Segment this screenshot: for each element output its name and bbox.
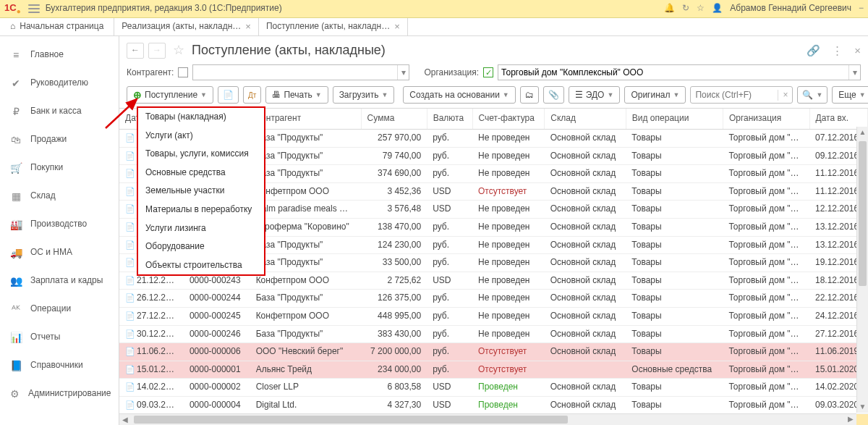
files-button[interactable]: 🗂 xyxy=(520,86,539,104)
table-row[interactable]: 📄14.02.2…0000-000002Closer LLP6 803,58US… xyxy=(119,379,868,397)
kebab-icon[interactable]: ⋮ xyxy=(832,43,843,58)
table-row[interactable]: 📄30.12.2…0000-000246База "Продукты"383 4… xyxy=(119,325,868,343)
nav-back-button[interactable]: ← xyxy=(127,43,144,59)
dropdown-item[interactable]: Материалы в переработку xyxy=(138,201,264,219)
sidebar-label: Зарплата и кадры xyxy=(30,275,103,287)
user-icon[interactable]: 👤 xyxy=(712,3,723,14)
nav-forward-button[interactable]: → xyxy=(148,43,166,59)
search-input[interactable] xyxy=(691,90,778,100)
original-button[interactable]: Оригинал ▼ xyxy=(624,86,686,104)
scroll-up-icon[interactable]: ▲ xyxy=(857,127,868,138)
dropdown-item[interactable]: Основные средства xyxy=(138,164,264,182)
sidebar-item[interactable]: ✔Руководителю xyxy=(0,69,119,97)
scroll-right-icon[interactable]: ▶ xyxy=(845,414,856,424)
document-icon: 📄 xyxy=(125,311,134,319)
dtkt-button[interactable]: Дт xyxy=(243,86,261,104)
original-label: Оригинал xyxy=(631,90,670,101)
dropdown-item[interactable]: Объекты строительства xyxy=(138,256,264,275)
bell-icon[interactable]: 🔔 xyxy=(664,3,675,14)
more-label: Еще xyxy=(838,90,856,101)
chevron-down-icon[interactable]: ▾ xyxy=(848,65,860,80)
tab-realization[interactable]: Реализация (акты, накладн… × xyxy=(114,18,259,35)
tab-home[interactable]: ⌂ Начальная страница xyxy=(0,18,114,35)
dropdown-item[interactable]: Земельные участки xyxy=(138,182,264,201)
scroll-down-icon[interactable]: ▼ xyxy=(857,401,868,413)
sidebar-item[interactable]: 📊Отчеты xyxy=(0,323,119,351)
org-input[interactable] xyxy=(498,65,848,80)
table-row[interactable]: 📄27.12.2…0000-000245Конфетпром ООО448 99… xyxy=(119,307,868,325)
sidebar-item[interactable]: 🛍Продажи xyxy=(0,125,119,153)
sidebar-label: Главное xyxy=(30,49,64,61)
toolbar: ⊕ Поступление ▼ 📄 Дт 🖶 Печать ▼ Загрузит… xyxy=(119,86,868,108)
column-header[interactable]: Организация xyxy=(723,109,809,129)
sidebar-item[interactable]: 🛒Покупки xyxy=(0,153,119,182)
table-row[interactable]: 📄09.03.2…0000-000004Digital Ltd.4 327,30… xyxy=(119,396,868,414)
document-icon: 📄 xyxy=(125,168,134,177)
sidebar-item[interactable]: 🏭Производство xyxy=(0,210,119,238)
column-header[interactable]: Склад xyxy=(545,109,626,129)
add-receipt-button[interactable]: ⊕ Поступление ▼ xyxy=(127,86,213,104)
dropdown-item[interactable]: Товары (накладная) xyxy=(138,108,264,127)
link-icon[interactable]: 🔗 xyxy=(807,43,820,58)
document-icon: 📄 xyxy=(125,293,134,301)
column-header[interactable]: Валюта xyxy=(427,109,472,129)
document-icon: 📄 xyxy=(125,346,134,355)
edo-label: ЭДО xyxy=(586,90,605,101)
horizontal-scrollbar[interactable]: ◀ ▶ xyxy=(119,413,856,425)
scroll-thumb[interactable] xyxy=(859,141,867,286)
scroll-left-icon[interactable]: ◀ xyxy=(119,415,131,424)
create-based-button[interactable]: Создать на основании ▼ xyxy=(403,86,515,104)
history-icon[interactable]: ↻ xyxy=(682,3,689,14)
star-icon[interactable]: ☆ xyxy=(697,3,705,14)
table-row[interactable]: 📄15.01.2…0000-000001Альянс Трейд234 000,… xyxy=(119,361,868,379)
org-combo[interactable]: ▾ xyxy=(498,64,861,80)
close-icon[interactable]: × xyxy=(394,21,400,33)
load-button[interactable]: Загрузить ▼ xyxy=(333,86,395,104)
org-checkbox[interactable]: ✓ xyxy=(483,67,493,77)
edo-button[interactable]: ☰ ЭДО ▼ xyxy=(569,86,621,104)
column-header[interactable]: Счет-фактура xyxy=(472,109,545,129)
close-icon[interactable]: × xyxy=(245,21,251,33)
current-user[interactable]: Абрамов Геннадий Сергеевич xyxy=(730,3,851,14)
dropdown-item[interactable]: Услуги (акт) xyxy=(138,127,264,146)
document-icon: 📄 xyxy=(125,364,134,373)
contragent-combo[interactable]: ▾ xyxy=(192,64,409,80)
chevron-down-icon[interactable]: ▾ xyxy=(397,65,409,80)
copy-button[interactable]: 📄 xyxy=(218,86,239,104)
table-row[interactable]: 📄26.12.2…0000-000244База "Продукты"126 3… xyxy=(119,290,868,308)
sidebar-item[interactable]: 📘Справочники xyxy=(0,351,119,379)
sidebar-item[interactable]: ▦Склад xyxy=(0,182,119,210)
search-box[interactable]: × xyxy=(690,86,793,104)
contragent-checkbox[interactable] xyxy=(178,67,188,77)
attach-button[interactable]: 📎 xyxy=(543,86,564,104)
print-button[interactable]: 🖶 Печать ▼ xyxy=(265,86,328,104)
scroll-thumb[interactable] xyxy=(134,416,568,424)
dropdown-item[interactable]: Оборудование xyxy=(138,237,264,256)
vertical-scrollbar[interactable]: ▲ ▼ xyxy=(856,127,868,413)
main-menu-icon[interactable] xyxy=(28,4,40,13)
favorite-star-icon[interactable]: ☆ xyxy=(173,42,184,59)
sidebar-item[interactable]: ⚙Администрирование xyxy=(0,379,119,408)
tab-receipt[interactable]: Поступление (акты, накладн… × xyxy=(259,18,408,35)
column-header[interactable]: Сумма xyxy=(361,109,427,129)
sidebar-item[interactable]: ₽Банк и касса xyxy=(0,97,119,125)
dropdown-item[interactable]: Товары, услуги, комиссия xyxy=(138,145,264,164)
column-header[interactable]: Контрагент xyxy=(250,109,361,129)
sidebar-item[interactable]: 👥Зарплата и кадры xyxy=(0,266,119,295)
sidebar-item[interactable]: ≡Главное xyxy=(0,41,119,69)
chevron-down-icon: ▼ xyxy=(816,91,822,100)
dropdown-item[interactable]: Услуги лизинга xyxy=(138,219,264,238)
contragent-input[interactable] xyxy=(193,65,397,80)
sidebar-item[interactable]: 🚚ОС и НМА xyxy=(0,238,119,266)
table-row[interactable]: 📄11.06.2…0000-000006ООО "Невский берег"7… xyxy=(119,343,868,361)
column-header[interactable]: Вид операции xyxy=(626,109,723,129)
print-label: Печать xyxy=(284,90,312,101)
search-button[interactable]: 🔍▼ xyxy=(797,86,827,104)
more-button[interactable]: Еще ▼ xyxy=(832,86,868,104)
clear-search-icon[interactable]: × xyxy=(778,90,792,101)
document-icon: 📄 xyxy=(125,186,134,195)
close-page-icon[interactable]: × xyxy=(854,43,861,58)
sidebar-item[interactable]: ᴬᴷОперации xyxy=(0,295,119,323)
minus-icon[interactable]: − xyxy=(859,3,864,14)
chevron-down-icon: ▼ xyxy=(859,91,866,100)
